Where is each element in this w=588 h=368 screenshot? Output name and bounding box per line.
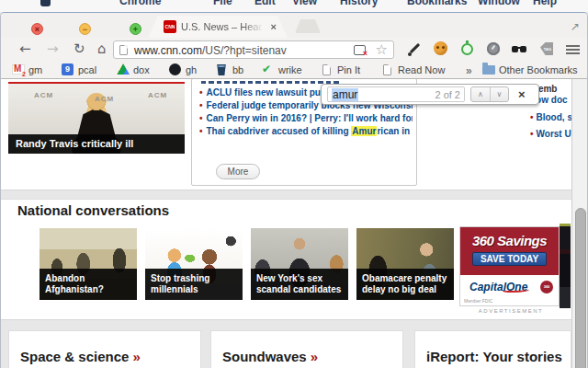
address-bar[interactable]: www.cnn.com/US/?hpt=sitenav × ☆ <box>113 40 394 59</box>
stopwatch-extension-icon[interactable] <box>459 40 476 57</box>
bookmark-readnow[interactable]: Read Now <box>381 63 446 77</box>
section-space-science: Space & science» <box>8 330 201 368</box>
reload-button[interactable]: ↻ <box>74 40 85 58</box>
github-icon <box>169 63 181 75</box>
new-tab-button[interactable] <box>295 19 321 33</box>
menu-help[interactable]: Help <box>533 0 557 7</box>
cnn-favicon: CNN <box>164 20 176 33</box>
other-bookmarks[interactable]: Other Bookmarks <box>482 63 583 77</box>
popup-blocked-icon[interactable]: × <box>354 45 366 55</box>
bookmark-pcal[interactable]: 9 pcal <box>62 63 104 77</box>
home-button[interactable]: ⌂ <box>97 40 107 58</box>
screenshot-root: Chrome File Edit View History Bookmarks … <box>0 0 588 368</box>
capitalone-logo: CapitalOne <box>469 281 527 293</box>
advertisement-label: ADVERTISEMENT <box>453 308 569 314</box>
find-match-count: 2 of 2 <box>435 89 460 100</box>
drive-icon <box>117 63 130 75</box>
more-button[interactable]: More <box>216 164 260 179</box>
conversation-card-afghanistan[interactable]: AbandonAfghanistan? <box>40 228 137 300</box>
section-heading: National conversations <box>17 202 169 218</box>
lead-photo[interactable]: ACM ACM ACM Randy Travis critically ill <box>8 82 185 154</box>
find-previous-button[interactable]: ∧ <box>471 87 490 101</box>
right-col-link[interactable]: •Worst U.S <box>530 129 571 139</box>
find-query-text: amur <box>332 88 358 101</box>
bookmark-pinit[interactable]: Pin It <box>321 63 365 77</box>
bookmarks-bar: M2 gm 9 pcal dox gh bb ✔ wrike <box>1 62 587 79</box>
active-tab[interactable]: CNN U.S. News – Headlines, St × <box>148 16 288 38</box>
page-scrollbar[interactable] <box>571 79 588 368</box>
forward-button[interactable]: → <box>47 40 59 58</box>
menu-edit[interactable]: Edit <box>254 0 276 7</box>
section-title[interactable]: Space & science» <box>9 331 200 364</box>
menu-view[interactable]: View <box>292 0 317 7</box>
page-viewport: ACM ACM ACM Randy Travis critically ill … <box>1 79 588 368</box>
page-icon <box>322 64 331 75</box>
photo-top-red-line <box>8 82 185 84</box>
calendar-icon: 9 <box>62 63 74 75</box>
close-window-button[interactable]: × <box>31 23 43 35</box>
menu-file[interactable]: File <box>213 0 232 7</box>
bookmarks-overflow-chevron[interactable]: » <box>466 64 472 77</box>
page-icon <box>383 64 391 75</box>
find-bar: amur 2 of 2 ∧ ∨ × <box>321 84 539 105</box>
section-title[interactable]: Soundwaves» <box>211 331 402 364</box>
scrollbar-thumb[interactable] <box>575 208 586 368</box>
bookmark-bb[interactable]: bb <box>216 63 247 77</box>
find-next-button[interactable]: ∨ <box>490 87 508 101</box>
mask-extension-icon[interactable] <box>511 40 527 57</box>
menu-chrome[interactable]: Chrome <box>119 0 161 7</box>
tower-ad-edge <box>560 224 571 308</box>
find-close-button[interactable]: × <box>518 88 526 100</box>
capitalone-ad[interactable]: 360 Savings SAVE TODAY CapitalOne 360 Me… <box>459 226 560 306</box>
folder-icon <box>482 65 495 75</box>
url-text[interactable]: www.cnn.com/US/?hpt=sitenav <box>134 44 287 57</box>
find-input[interactable]: amur 2 of 2 <box>327 86 465 102</box>
tab-close-icon[interactable]: × <box>271 20 277 33</box>
bookmark-wrike[interactable]: ✔ wrike <box>262 63 308 77</box>
bookmark-gh[interactable]: gh <box>169 63 200 77</box>
right-col-link[interactable]: •Blood, sp <box>530 112 571 122</box>
bookmark-star-icon[interactable]: ☆ <box>376 41 388 58</box>
back-button[interactable]: ← <box>19 40 31 58</box>
eyedropper-extension-icon[interactable] <box>407 40 424 57</box>
apple-menu-icon[interactable] <box>40 0 51 6</box>
conversation-card-scandal[interactable]: New York's sexscandal candidates <box>251 228 348 300</box>
conversation-card-millennials[interactable]: Stop trashingmillennials <box>145 228 243 300</box>
url-domain: www.cnn.com <box>134 44 202 57</box>
headline-link[interactable]: •Can Perry win in 2016? | Perry: I'll wo… <box>199 113 413 123</box>
find-match-highlight: Amur <box>351 126 377 136</box>
section-ireport: iReport: Your stories <box>414 330 571 368</box>
conversation-card-obamacare[interactable]: Obamacare penaltydelay no big deal <box>356 228 454 300</box>
menu-window[interactable]: Window <box>478 0 520 7</box>
menu-history[interactable]: History <box>340 0 378 7</box>
orange-face-extension-icon[interactable] <box>433 40 449 57</box>
tag-extension-icon[interactable]: TAG <box>538 40 555 57</box>
chrome-menu-icon[interactable] <box>565 40 582 57</box>
bookmark-gmail[interactable]: M2 gm <box>12 63 52 77</box>
member-fdic-text: Member FDIC <box>464 298 492 304</box>
fullscreen-icon[interactable]: ↗ <box>571 20 580 33</box>
capitalone-360-badge: 360 <box>540 281 553 293</box>
browser-window: × − + CNN U.S. News – Headlines, St × ↗ … <box>0 12 588 368</box>
clipped-headline <box>201 81 339 84</box>
ad-headline: 360 Savings <box>460 227 559 248</box>
menu-bookmarks[interactable]: Bookmarks <box>407 0 467 7</box>
gmail-icon: M2 <box>12 64 25 75</box>
photo-caption: Randy Travis critically ill <box>8 134 185 154</box>
zoom-window-button[interactable]: + <box>130 23 141 35</box>
chevron-right-icon: » <box>132 349 140 364</box>
bitbucket-icon <box>216 64 227 75</box>
gauge-extension-icon[interactable] <box>485 40 502 57</box>
tab-strip: × − + CNN U.S. News – Headlines, St × ↗ <box>1 13 587 38</box>
headline-link[interactable]: •Thai cabdriver accused of killing Amurr… <box>199 126 413 136</box>
macos-menubar: Chrome File Edit View History Bookmarks … <box>0 0 588 12</box>
bookmark-dox[interactable]: dox <box>117 63 155 77</box>
url-path: /US/?hpt=sitenav <box>202 44 287 57</box>
navigation-toolbar: ← → ↻ ⌂ www.cnn.com/US/?hpt=sitenav × ☆ … <box>1 38 587 62</box>
minimize-window-button[interactable]: − <box>79 23 91 35</box>
section-title[interactable]: iReport: Your stories <box>415 331 571 364</box>
page-security-icon[interactable] <box>119 45 128 55</box>
ad-save-today-button[interactable]: SAVE TODAY <box>472 252 547 266</box>
find-nav-buttons: ∧ ∨ <box>470 86 509 102</box>
section-soundwaves: Soundwaves» <box>210 330 403 368</box>
